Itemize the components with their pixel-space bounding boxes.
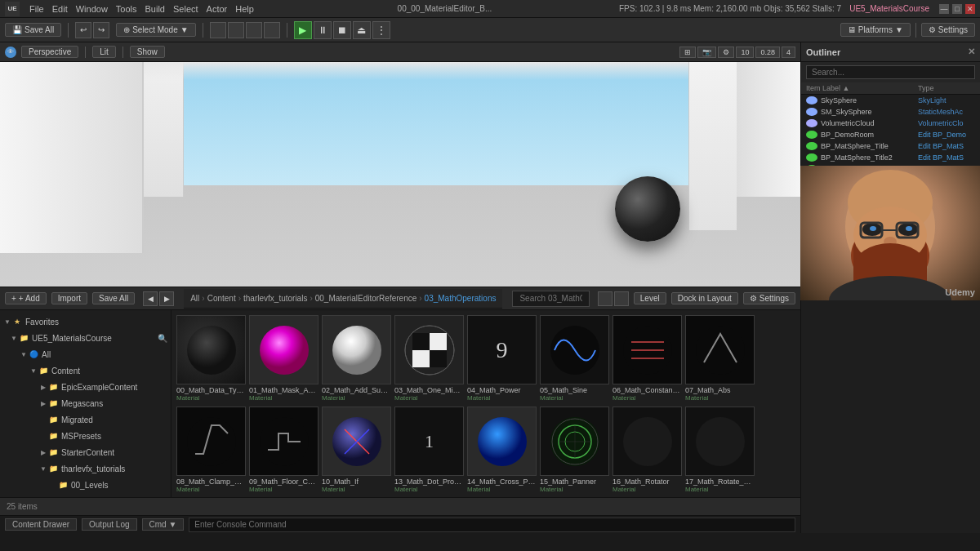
grid-button[interactable]: ⊞ xyxy=(679,47,696,58)
play-button[interactable]: ▶ xyxy=(294,21,312,39)
menu-help[interactable]: Help xyxy=(235,4,254,14)
pause-button[interactable]: ⏸ xyxy=(314,21,332,39)
menu-actor[interactable]: Actor xyxy=(207,4,228,14)
content-browser: + + Add Import Save All ◀ ▶ All › Conten… xyxy=(0,287,800,515)
tree-item-migrated[interactable]: 📁 Migrated xyxy=(0,412,171,427)
menu-window[interactable]: Window xyxy=(76,4,108,14)
asset-02-add[interactable]: 02_Math_Add_Subtract_Multiply_DivideMate… xyxy=(322,315,391,403)
outliner-item-bp-demoroom[interactable]: BP_DemoRoom Edit BP_Demo xyxy=(801,129,980,140)
vp-settings-button[interactable]: ⚙ xyxy=(718,47,734,58)
viewport-area: 👁 Perspective Lit Show ⊞ 📷 ⚙ 10 0.28 4 xyxy=(0,42,800,533)
cb-history-forward[interactable]: ▶ xyxy=(159,291,174,306)
menu-file[interactable]: File xyxy=(29,4,44,14)
tree-search-icon[interactable]: 🔍 xyxy=(158,334,167,343)
menu-build[interactable]: Build xyxy=(145,4,165,14)
svg-point-23 xyxy=(623,417,672,466)
menu-edit[interactable]: Edit xyxy=(52,4,68,14)
asset-00-math-data[interactable]: 00_Math_Data_TypesMaterial xyxy=(176,315,246,403)
asset-16-rotator[interactable]: 16_Math_RotatorMaterial xyxy=(612,407,682,495)
toolbar-separator-1 xyxy=(68,23,69,38)
menu-tools[interactable]: Tools xyxy=(116,4,137,14)
outliner-item-skylight[interactable]: SkySphere SkyLight xyxy=(801,95,980,106)
asset-10-if[interactable]: 10_Math_IfMaterial xyxy=(322,407,391,495)
3d-viewport[interactable] xyxy=(0,62,800,287)
lit-button[interactable]: Lit xyxy=(92,46,116,58)
maximize-button[interactable]: □ xyxy=(952,4,962,14)
output-log-button[interactable]: Output Log xyxy=(82,518,136,531)
asset-01-mask[interactable]: 01_Math_Mask_AppendMaterial xyxy=(249,315,318,403)
stop-button[interactable]: ⏹ xyxy=(333,21,351,39)
settings-button[interactable]: ⚙ Settings xyxy=(921,23,975,37)
asset-09-floor[interactable]: 09_Math_Floor_Ceil_FracMaterial xyxy=(249,407,318,495)
minimize-button[interactable]: — xyxy=(939,4,949,14)
outliner-col-type: Type xyxy=(918,84,975,92)
undo-button[interactable]: ↩ xyxy=(75,22,91,38)
asset-15-panner[interactable]: 15_Math_PannerMaterial xyxy=(540,407,609,495)
tree-item-ue5course[interactable]: ▼ 📁 UE5_MaterialsCourse 🔍 xyxy=(0,331,171,345)
tree-item-tharlevfx[interactable]: ▼ 📁 tharlevfx_tutorials xyxy=(0,461,171,476)
outliner-search-input[interactable] xyxy=(806,65,975,79)
content-drawer-button[interactable]: Content Drawer xyxy=(5,518,77,531)
outliner-close-icon[interactable]: ✕ xyxy=(968,47,975,57)
menu-select[interactable]: Select xyxy=(173,4,198,14)
asset-17-rotate-axis[interactable]: 17_Math_Rotate_AboutAxisMaterial xyxy=(685,407,755,495)
tree-migrated: 📁 Migrated xyxy=(0,411,171,428)
redo-button[interactable]: ↪ xyxy=(93,22,109,38)
outliner-item-bp-matsphere2[interactable]: BP_MatSphere_Title2 Edit BP_MatS xyxy=(801,152,980,163)
camera-button[interactable]: 📷 xyxy=(697,47,716,58)
save-button[interactable]: 💾 Save All xyxy=(5,23,61,37)
outliner-item-bp-matsphere1[interactable]: BP_MatSphere_Title Edit BP_MatS xyxy=(801,140,980,152)
translate-tool[interactable] xyxy=(210,22,226,38)
svg-point-1 xyxy=(260,326,309,375)
tree-item-starter[interactable]: ▶ 📁 StarterContent xyxy=(0,445,171,460)
outliner-item-icon xyxy=(806,96,817,104)
asset-04-power[interactable]: 9 04_Math_PowerMaterial xyxy=(467,315,537,403)
asset-thumb-14 xyxy=(467,407,537,476)
cb-import-button[interactable]: Import xyxy=(51,292,87,304)
tree-item-content[interactable]: ▼ 📁 Content xyxy=(0,363,171,378)
tree-item-00levels[interactable]: 📁 00_Levels xyxy=(0,478,171,492)
rotate-tool[interactable] xyxy=(228,22,244,38)
snap-tool[interactable] xyxy=(264,22,280,38)
asset-05-sine[interactable]: 05_Math_SineMaterial xyxy=(540,315,609,403)
asset-06-constant[interactable]: 06_Math_Constant_BiasScaleMaterial xyxy=(612,315,682,403)
eject-button[interactable]: ⏏ xyxy=(353,21,371,39)
tree-item-mspresets[interactable]: 📁 MSPresets xyxy=(0,429,171,443)
outliner-item-volumetric[interactable]: VolumetricCloud VolumetricClo xyxy=(801,118,980,129)
cb-level-button[interactable]: Level xyxy=(634,292,666,304)
console-input[interactable] xyxy=(189,518,795,532)
asset-08-clamp[interactable]: 08_Math_Clamp_Min_Max_SaturateMaterial xyxy=(176,407,246,495)
cmd-button[interactable]: Cmd ▼ xyxy=(142,518,185,531)
show-button[interactable]: Show xyxy=(130,46,165,58)
asset-13-dot[interactable]: 1 13_Math_Dot_ProductMaterial xyxy=(394,407,464,495)
viewport-eye-icon: 👁 xyxy=(5,47,16,58)
cb-history-back[interactable]: ◀ xyxy=(143,291,158,306)
breadcrumb-tutorials[interactable]: tharlevfx_tutorials xyxy=(243,294,307,303)
tree-favorites: ▼ ★ Favorites xyxy=(0,313,171,330)
outliner-item-sm-skysphere[interactable]: SM_SkySphere StaticMeshAc xyxy=(801,106,980,118)
search-input[interactable] xyxy=(512,291,589,307)
tree-item-megascans[interactable]: ▶ 📁 Megascans xyxy=(0,396,171,411)
asset-03-one-minus[interactable]: 03_Math_One_MinusMaterial xyxy=(394,315,464,403)
cb-dock-button[interactable]: Dock in Layout xyxy=(671,292,738,304)
perspective-button[interactable]: Perspective xyxy=(21,46,78,58)
close-button[interactable]: ✕ xyxy=(965,4,975,14)
cb-filter-btn[interactable] xyxy=(598,291,612,306)
cb-sort-btn[interactable] xyxy=(614,291,629,306)
tree-item-all[interactable]: ▼ 🔵 All xyxy=(0,347,171,362)
breadcrumb-content[interactable]: Content xyxy=(207,294,236,303)
asset-07-abs[interactable]: 07_Math_AbsMaterial xyxy=(685,315,755,403)
tree-item-epic[interactable]: ▶ 📁 EpicExampleContent xyxy=(0,380,171,394)
scale-tool[interactable] xyxy=(246,22,262,38)
breadcrumb-current[interactable]: 03_MathOperations xyxy=(425,294,497,303)
select-mode-button[interactable]: ⊕ Select Mode ▼ xyxy=(116,23,196,37)
more-play-options[interactable]: ⋮ xyxy=(372,21,390,39)
cb-add-button[interactable]: + + Add xyxy=(5,292,47,304)
cb-save-all-button[interactable]: Save All xyxy=(92,292,135,304)
breadcrumb-all[interactable]: All xyxy=(190,294,199,303)
breadcrumb-reference[interactable]: 00_MaterialEditorReference xyxy=(315,294,417,303)
tree-item-favorites[interactable]: ▼ ★ Favorites xyxy=(0,314,171,329)
cb-settings-button[interactable]: ⚙ Settings xyxy=(743,292,795,304)
platforms-button[interactable]: 🖥 Platforms ▼ xyxy=(840,23,911,37)
asset-14-cross[interactable]: 14_Math_Cross_ProductMaterial xyxy=(467,407,537,495)
